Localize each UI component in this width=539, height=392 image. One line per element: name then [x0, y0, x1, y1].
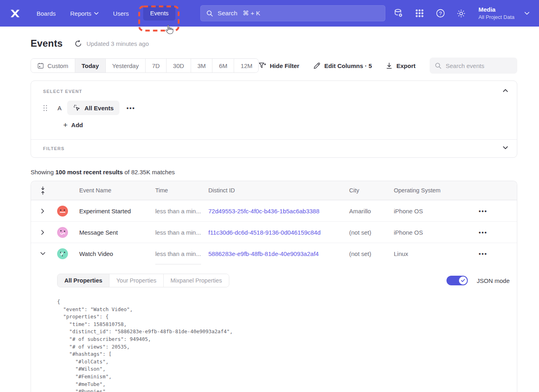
event-time: less than a min... [155, 250, 208, 257]
search-icon [435, 62, 442, 69]
row-expand-chevron-icon[interactable] [31, 230, 50, 235]
events-table: Event Name Time Distinct ID City Operati… [31, 181, 517, 392]
nav-item-reports[interactable]: Reports [70, 10, 99, 17]
table-row-expanded: Watch Video less than a min... 5886283e-… [31, 243, 517, 264]
event-name[interactable]: Experiment Started [74, 208, 155, 215]
city: (not set) [349, 229, 394, 236]
search-events-placeholder: Search events [446, 62, 484, 69]
mixpanel-logo[interactable] [10, 8, 21, 19]
row-more-icon[interactable]: ••• [476, 208, 517, 215]
check-icon [461, 279, 465, 282]
table-row: Experiment Started less than a min... 72… [31, 200, 517, 221]
apps-grid-icon[interactable] [414, 8, 424, 19]
col-time[interactable]: Time [155, 187, 208, 194]
operating-system: iPhone OS [394, 208, 476, 215]
col-operating-system[interactable]: Operating System [394, 187, 476, 194]
download-icon [386, 62, 393, 69]
table-header-row: Event Name Time Distinct ID City Operati… [31, 181, 517, 200]
row-more-icon[interactable]: ••• [476, 229, 517, 236]
filters-label: FILTERS [43, 146, 508, 151]
pencil-icon [313, 62, 321, 69]
tab-all-properties[interactable]: All Properties [58, 274, 109, 287]
row-more-icon[interactable]: ••• [476, 250, 517, 257]
date-range-segmented-control: Custom Today Yesterday 7D 30D 3M 6M 12M [31, 58, 259, 73]
page-title: Events [31, 38, 63, 49]
nav-item-users[interactable]: Users [113, 10, 129, 17]
add-event-button[interactable]: + Add [63, 121, 83, 129]
avatar [57, 248, 68, 259]
event-name[interactable]: Message Sent [74, 229, 155, 236]
json-mode-label: JSON mode [477, 277, 510, 284]
global-search-input[interactable]: Search ⌘ + K [200, 5, 385, 21]
properties-tabs: All Properties Your Properties Mixpanel … [57, 274, 229, 287]
toggle-knob [459, 276, 467, 285]
project-chevron-down-icon[interactable] [525, 12, 529, 15]
select-event-section: SELECT EVENT A All Events ••• [31, 81, 517, 139]
event-selector-button[interactable]: All Events [67, 101, 119, 115]
tab-your-properties[interactable]: Your Properties [109, 274, 163, 287]
table-row: Message Sent less than a min... f11c30d6… [31, 221, 517, 243]
event-time: less than a min... [155, 229, 208, 236]
hide-filter-button[interactable]: Hide Filter [259, 62, 299, 69]
date-range-6m[interactable]: 6M [212, 59, 234, 72]
date-range-yesterday[interactable]: Yesterday [105, 59, 145, 72]
date-range-custom[interactable]: Custom [31, 59, 75, 72]
help-icon[interactable]: ? [435, 8, 445, 19]
event-detail-panel: All Properties Your Properties Mixpanel … [31, 264, 517, 392]
col-city[interactable]: City [349, 187, 394, 194]
expand-chevron-down-icon[interactable] [503, 146, 508, 149]
refresh-icon[interactable] [74, 40, 82, 47]
collapse-chevron-up-icon[interactable] [503, 89, 508, 92]
chevron-down-icon [94, 12, 99, 15]
tab-mixpanel-properties[interactable]: Mixpanel Properties [163, 274, 229, 287]
select-event-label: SELECT EVENT [43, 89, 508, 94]
export-button[interactable]: Export [386, 62, 416, 69]
sort-time-icon[interactable] [31, 186, 50, 195]
svg-text:?: ? [439, 11, 442, 17]
plus-icon: + [63, 121, 68, 129]
settings-gear-icon[interactable] [456, 8, 466, 19]
json-mode-toggle[interactable] [446, 276, 468, 285]
city: (not set) [349, 250, 394, 257]
distinct-id-link[interactable]: f11c30d6-dc6d-4518-9136-0d046159c84d [208, 229, 349, 236]
event-more-icon[interactable]: ••• [127, 105, 136, 111]
date-range-today[interactable]: Today [75, 59, 105, 72]
avatar [57, 227, 68, 238]
distinct-id-link[interactable]: 72d49553-25fc-4f0c-b436-1b5ac6ab3388 [208, 208, 349, 215]
operating-system: iPhone OS [394, 229, 476, 236]
results-summary: Showing 100 most recent results of 82.35… [31, 169, 517, 175]
col-event-name[interactable]: Event Name [74, 187, 155, 194]
event-json-view: { "event": "Watch Video", "properties": … [57, 298, 510, 392]
event-time: less than a min... [155, 208, 208, 215]
data-management-icon[interactable] [393, 8, 403, 19]
search-events-input[interactable]: Search events [430, 58, 517, 74]
last-updated-text: Updated 3 minutes ago [86, 40, 149, 47]
project-selector[interactable]: Media All Project Data [478, 6, 514, 21]
row-collapse-chevron-icon[interactable] [31, 252, 50, 255]
drag-handle-icon[interactable] [43, 105, 47, 111]
search-shortcut: ⌘ + K [243, 10, 260, 17]
hand-cursor-icon [164, 24, 174, 35]
date-range-7d[interactable]: 7D [145, 59, 166, 72]
step-letter: A [58, 105, 62, 111]
top-nav: Boards Reports Users Events Search ⌘ + K [0, 0, 539, 27]
filter-funnel-icon [259, 62, 266, 69]
operating-system: Linux [394, 250, 476, 257]
nav-item-boards[interactable]: Boards [37, 10, 56, 17]
row-expand-chevron-icon[interactable] [31, 208, 50, 214]
time-cell-divider [155, 264, 201, 264]
query-builder-card: SELECT EVENT A All Events ••• [31, 80, 517, 158]
filters-section[interactable]: FILTERS [31, 139, 517, 157]
date-range-3m[interactable]: 3M [191, 59, 212, 72]
event-name[interactable]: Watch Video [74, 250, 155, 257]
nav-item-events-active[interactable]: Events [143, 6, 175, 21]
col-distinct-id[interactable]: Distinct ID [208, 187, 349, 194]
calendar-icon [37, 62, 44, 69]
date-range-30d[interactable]: 30D [166, 59, 191, 72]
distinct-id-link[interactable]: 5886283e-e9fb-48fb-81de-40e9093a2af4 [208, 250, 349, 257]
avatar [57, 206, 68, 217]
edit-columns-button[interactable]: Edit Columns · 5 [313, 62, 372, 69]
date-range-12m[interactable]: 12M [234, 59, 258, 72]
city: Amarillo [349, 208, 394, 215]
all-events-icon [73, 104, 81, 112]
